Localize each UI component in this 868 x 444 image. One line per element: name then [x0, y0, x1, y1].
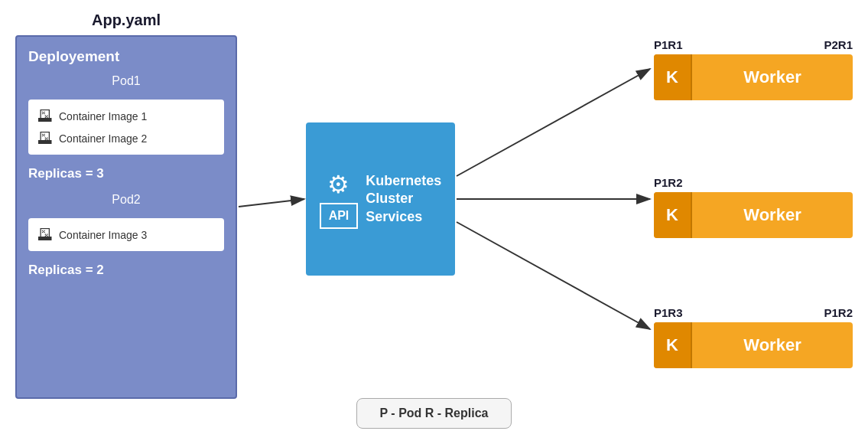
worker-3-wrapper: P1R3 P1R2 K Worker — [654, 306, 853, 368]
worker-2-label-row: P1R2 — [654, 176, 853, 189]
worker-3-text: Worker — [692, 335, 853, 355]
worker-1-label-row: P1R1 P2R1 — [654, 38, 853, 51]
pod1-box: 🗳 Container Image 1 🗳 Container Image 2 — [28, 100, 224, 155]
pod2-box: 🗳 Container Image 3 — [28, 218, 224, 251]
worker-2-top-left: P1R2 — [654, 176, 683, 189]
worker-2-text: Worker — [692, 205, 853, 225]
worker-1-box: K Worker — [654, 54, 853, 100]
worker-1-top-left: P1R1 — [654, 38, 683, 51]
k8s-api-box: API — [320, 203, 359, 229]
container-icon-2: 🗳 — [37, 129, 53, 147]
arrow-k8s-worker3 — [457, 222, 650, 329]
container-image-2-label: Container Image 2 — [59, 132, 147, 145]
worker-1-text: Worker — [692, 67, 853, 87]
worker-2-wrapper: P1R2 K Worker — [654, 176, 853, 238]
k8s-api-text: API — [329, 209, 349, 222]
container-image-2-row: 🗳 Container Image 2 — [37, 129, 215, 147]
k8s-icon-area: ⚙ API — [320, 170, 359, 229]
diagram-container: App.yaml Deployement Pod1 🗳 Container Im… — [0, 0, 868, 444]
app-yaml-section: App.yaml Deployement Pod1 🗳 Container Im… — [15, 11, 237, 402]
worker-3-k-badge: K — [654, 322, 692, 368]
container-image-1-label: Container Image 1 — [59, 110, 147, 122]
replicas1-text: Replicas = 3 — [28, 166, 224, 181]
arrow-appyaml-k8s — [239, 199, 304, 207]
container-image-1-row: 🗳 Container Image 1 — [37, 107, 215, 125]
k8s-service-label: KubernetesClusterServices — [366, 172, 441, 226]
legend-text: P - Pod R - Replica — [380, 406, 489, 420]
worker-1-top-right: P2R1 — [824, 38, 853, 51]
worker-3-label-row: P1R3 P1R2 — [654, 306, 853, 319]
worker-1-wrapper: P1R1 P2R1 K Worker — [654, 38, 853, 100]
worker-3-top-left: P1R3 — [654, 306, 683, 319]
deployment-title: Deployement — [28, 48, 224, 65]
worker-2-box: K Worker — [654, 192, 853, 238]
container-icon-3: 🗳 — [37, 226, 53, 243]
worker-1-k-badge: K — [654, 54, 692, 100]
worker-3-box: K Worker — [654, 322, 853, 368]
app-yaml-title: App.yaml — [15, 11, 237, 29]
container-image-3-label: Container Image 3 — [59, 229, 147, 241]
replicas2-text: Replicas = 2 — [28, 263, 224, 278]
pod2-label: Pod2 — [28, 193, 224, 207]
app-yaml-box: Deployement Pod1 🗳 Container Image 1 🗳 C… — [15, 35, 237, 399]
container-icon-1: 🗳 — [37, 107, 53, 125]
k8s-box: ⚙ API KubernetesClusterServices — [306, 122, 455, 276]
arrow-k8s-worker1 — [457, 69, 650, 176]
pod1-label: Pod1 — [28, 74, 224, 88]
container-image-3-row: 🗳 Container Image 3 — [37, 226, 215, 243]
worker-3-top-right: P1R2 — [824, 306, 853, 319]
legend-box: P - Pod R - Replica — [356, 398, 512, 429]
gear-icon: ⚙ — [327, 170, 349, 199]
worker-2-k-badge: K — [654, 192, 692, 238]
